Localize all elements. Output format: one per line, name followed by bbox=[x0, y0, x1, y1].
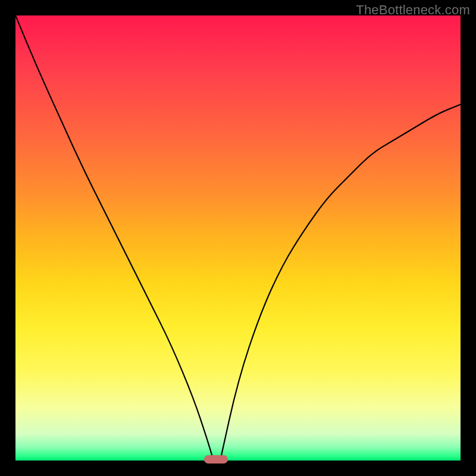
curve-left bbox=[15, 15, 214, 461]
curve-right bbox=[220, 105, 461, 461]
plot-area bbox=[15, 15, 461, 461]
minimum-marker bbox=[204, 455, 228, 464]
chart-frame: TheBottleneck.com bbox=[0, 0, 476, 476]
bottleneck-curve bbox=[15, 15, 461, 461]
